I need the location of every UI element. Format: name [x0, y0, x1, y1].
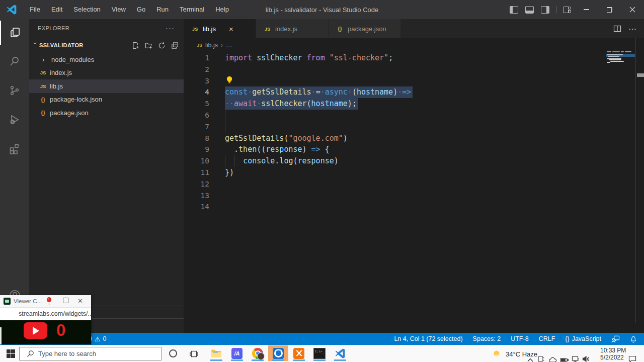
menu-edit[interactable]: Edit: [46, 0, 68, 19]
cortana-icon[interactable]: [169, 349, 177, 357]
overlay-url[interactable]: streamlabs.com/widgets/...: [19, 310, 93, 317]
taskbar-search-input[interactable]: Type here to search: [19, 347, 162, 360]
streamlabs-taskbar-icon[interactable]: [268, 345, 288, 361]
vscode-taskbar-icon[interactable]: [330, 345, 350, 361]
new-folder-icon[interactable]: [145, 42, 152, 49]
toggle-secondary-sidebar-icon[interactable]: [541, 6, 549, 14]
menu-terminal[interactable]: Terminal: [174, 0, 210, 19]
file-item-index.js[interactable]: JSindex.js: [29, 66, 184, 80]
section-actions: [132, 42, 179, 49]
js-file-icon: JS: [39, 83, 47, 89]
file-item-package.json[interactable]: {}package.json: [29, 106, 184, 120]
close-button[interactable]: [621, 0, 644, 19]
code-line-13[interactable]: 13: [184, 190, 644, 202]
customize-layout-icon[interactable]: [563, 6, 571, 13]
new-file-icon[interactable]: [132, 42, 139, 49]
minimize-button[interactable]: [575, 0, 598, 19]
bell-icon[interactable]: [630, 335, 637, 343]
onedrive-cloud-icon[interactable]: [548, 351, 557, 362]
code-editor[interactable]: 1import sslChecker from "ssl-checker";23…: [184, 52, 644, 213]
indent-guide: [234, 155, 234, 167]
breadcrumb-symbol[interactable]: …: [226, 42, 232, 49]
code-line-10[interactable]: 10 console.log(response): [184, 155, 644, 167]
overlay-titlebar[interactable]: Viewer C... ✕: [0, 295, 91, 308]
code-line-12[interactable]: 12: [184, 178, 644, 190]
tray-expand-icon[interactable]: [527, 351, 533, 362]
tab-package.json[interactable]: {}package.json: [329, 19, 401, 38]
lightbulb-icon[interactable]: [225, 75, 233, 84]
network-icon[interactable]: [572, 350, 579, 362]
file-item-lib.js[interactable]: JSlib.js: [29, 79, 184, 93]
restore-button[interactable]: [598, 0, 621, 19]
start-button-icon[interactable]: [7, 349, 15, 358]
code-line-1[interactable]: 1import sslChecker from "ssl-checker";: [184, 52, 644, 64]
scrollbar-thumb[interactable]: [637, 73, 644, 77]
code-line-9[interactable]: 9 .then((response) => {: [184, 144, 644, 155]
terminal-taskbar-icon[interactable]: C:\>_: [309, 345, 330, 361]
explorer-icon[interactable]: [0, 21, 29, 45]
file-explorer-taskbar-icon[interactable]: [206, 345, 226, 361]
code-line-5[interactable]: 5··await·sslChecker(hostname);: [184, 98, 644, 110]
source-control-icon[interactable]: [0, 78, 29, 103]
menu-go[interactable]: Go: [131, 0, 151, 19]
file-item-package-lock.json[interactable]: {}package-lock.json: [29, 93, 184, 107]
search-icon[interactable]: [0, 49, 29, 73]
feedback-icon[interactable]: [611, 335, 620, 343]
overlay-close-button[interactable]: ✕: [77, 297, 83, 305]
line-number: 3: [184, 75, 209, 87]
task-view-icon[interactable]: [190, 350, 198, 358]
menu-selection[interactable]: Selection: [68, 0, 106, 19]
menu-view[interactable]: View: [106, 0, 131, 19]
file-item-node_modules[interactable]: ›node_modules: [29, 53, 184, 66]
xampp-taskbar-icon[interactable]: [289, 345, 309, 361]
menu-run[interactable]: Run: [151, 0, 174, 19]
viewer-count-window[interactable]: Viewer C... ✕ streamlabs.com/widgets/...…: [0, 295, 91, 344]
volume-icon[interactable]: [582, 350, 590, 362]
indent-guide: [225, 110, 225, 133]
explorer-more-actions-icon[interactable]: ···: [166, 24, 175, 32]
breadcrumb-file[interactable]: lib.js: [205, 42, 218, 49]
code-line-11[interactable]: 11}): [184, 167, 644, 178]
code-line-8[interactable]: 8getSslDetails("google.com"): [184, 133, 644, 144]
code-line-14[interactable]: 14: [184, 201, 644, 213]
code-line-2[interactable]: 2: [184, 64, 644, 75]
line-number: 12: [184, 178, 209, 190]
split-editor-icon[interactable]: [613, 25, 621, 33]
tab-index.js[interactable]: JSindex.js: [256, 19, 329, 38]
search-placeholder: Type here to search: [38, 350, 96, 357]
tab-lib.js[interactable]: JSlib.js×: [184, 19, 256, 38]
explorer-section-header[interactable]: › SSLVALIDATOR: [29, 39, 184, 51]
device-tray-icon[interactable]: [537, 350, 545, 362]
run-debug-icon[interactable]: [0, 108, 29, 132]
json-file-icon: {}: [336, 26, 344, 32]
cursor-position[interactable]: Ln 4, Col 1 (72 selected): [394, 335, 462, 342]
toggle-panel-icon[interactable]: [525, 6, 534, 14]
menu-file[interactable]: File: [24, 0, 46, 19]
close-tab-icon[interactable]: ×: [229, 25, 233, 33]
language-mode[interactable]: {} JavaScript: [565, 335, 601, 342]
toggle-sidebar-icon[interactable]: [510, 6, 518, 14]
collapse-all-icon[interactable]: [171, 42, 179, 49]
code-line-3[interactable]: 3: [184, 75, 644, 87]
refresh-icon[interactable]: [158, 42, 166, 49]
extensions-icon[interactable]: [0, 137, 29, 161]
purple-a-app-icon[interactable]: /A: [227, 345, 247, 361]
code-line-4[interactable]: 4const·getSslDetails·=·async·(hostname)·…: [184, 86, 644, 98]
site-favicon: [4, 298, 11, 305]
line-number: 6: [184, 110, 209, 121]
indentation[interactable]: Spaces: 2: [473, 335, 501, 342]
battery-icon[interactable]: [560, 351, 569, 362]
eol-sequence[interactable]: CRLF: [539, 335, 555, 342]
more-actions-icon[interactable]: ⋯: [628, 24, 637, 34]
breadcrumb[interactable]: JS lib.js › …: [184, 38, 644, 52]
code-line-7[interactable]: 7: [184, 121, 644, 133]
action-center-icon[interactable]: [628, 350, 636, 362]
code-line-6[interactable]: 6: [184, 110, 644, 121]
overlay-address-bar[interactable]: streamlabs.com/widgets/...: [0, 308, 91, 320]
encoding[interactable]: UTF-8: [511, 335, 528, 342]
chrome-taskbar-icon[interactable]: [248, 345, 268, 361]
overlay-maximize-button[interactable]: [63, 298, 68, 303]
taskbar-clock[interactable]: 10:33 PM 5/2/2022: [600, 347, 626, 361]
menu-help[interactable]: Help: [210, 0, 234, 19]
file-tree: ›node_modulesJSindex.jsJSlib.js{}package…: [29, 53, 184, 120]
